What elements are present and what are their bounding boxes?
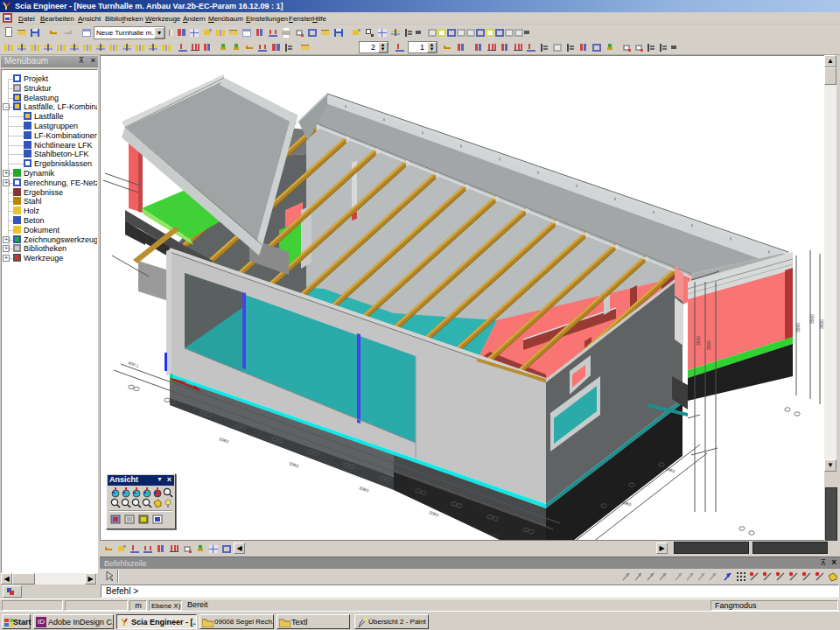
svg-text:3500: 3500	[706, 340, 711, 350]
svg-text:3060: 3060	[289, 460, 300, 468]
svg-text:3500: 3500	[795, 323, 801, 332]
svg-text:3060: 3060	[665, 466, 676, 473]
svg-text:3060: 3060	[621, 499, 633, 507]
svg-text:3060: 3060	[219, 436, 230, 444]
svg-text:3500: 3500	[696, 336, 701, 346]
svg-text:3500: 3500	[819, 319, 824, 329]
svg-text:3500: 3500	[809, 314, 815, 324]
svg-text:3060: 3060	[359, 485, 370, 493]
